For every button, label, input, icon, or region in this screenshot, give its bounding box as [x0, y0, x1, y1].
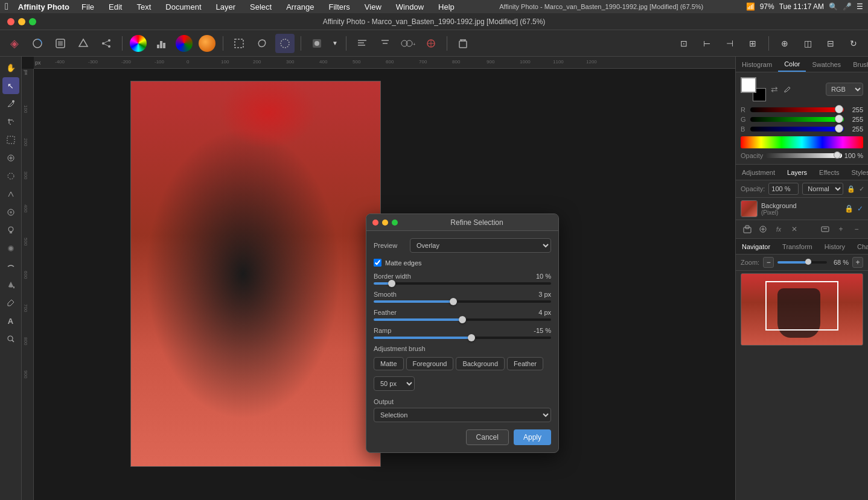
menu-help[interactable]: Help	[436, 2, 457, 11]
menu-arrange[interactable]: Arrange	[284, 2, 316, 11]
refine-button[interactable]	[421, 34, 441, 53]
menu-view[interactable]: View	[362, 2, 384, 11]
mask-dropdown[interactable]: ▼	[330, 34, 340, 53]
hsl-button[interactable]	[174, 34, 194, 53]
tab-layers[interactable]: Layers	[781, 165, 813, 180]
menu-text[interactable]: Text	[134, 2, 153, 11]
lasso-tool[interactable]	[252, 34, 272, 53]
snap-left[interactable]: ⊡	[674, 34, 694, 53]
tool-zoom[interactable]	[2, 331, 19, 347]
close-button[interactable]	[7, 18, 14, 25]
tab-history[interactable]: History	[819, 239, 851, 254]
rotate-btn[interactable]: ↻	[844, 34, 863, 53]
visibility-icon[interactable]: ✓	[859, 185, 864, 193]
zoom-slider[interactable]	[777, 261, 827, 264]
menu-document[interactable]: Document	[163, 2, 203, 11]
preview-select[interactable]: Overlay Black & White Original None	[410, 238, 551, 253]
tool-hand[interactable]: ✋	[2, 59, 19, 76]
add-adjustment-btn[interactable]	[756, 223, 770, 236]
menu-filters[interactable]: Filters	[326, 2, 352, 11]
tone-button[interactable]	[197, 34, 217, 53]
adj-btn-feather[interactable]: Feather	[507, 357, 543, 370]
tool-blur[interactable]	[2, 240, 19, 257]
cancel-button[interactable]: Cancel	[466, 429, 509, 445]
snap-right[interactable]: ⊢	[697, 34, 716, 53]
menu-file[interactable]: File	[79, 2, 97, 11]
tool-paint[interactable]	[2, 186, 19, 203]
fullscreen-button[interactable]	[29, 18, 36, 25]
tool-eyedropper[interactable]	[2, 294, 19, 311]
tool-text[interactable]: A	[2, 312, 19, 329]
adj-btn-matte[interactable]: Matte	[374, 357, 404, 370]
marquee-tool[interactable]	[229, 34, 249, 53]
tool-move[interactable]: ↖	[2, 77, 19, 94]
affinity-persona-icon[interactable]: ◈	[5, 34, 24, 53]
siri-icon[interactable]: 🎤	[843, 2, 852, 11]
eyedropper-icon[interactable]	[783, 84, 791, 95]
smooth-slider[interactable]	[374, 300, 551, 303]
foreground-color[interactable]	[741, 77, 756, 93]
add-layer-btn[interactable]	[741, 223, 754, 236]
r-slider[interactable]	[750, 107, 844, 112]
tool-heal[interactable]	[2, 150, 19, 166]
share-icon[interactable]	[97, 34, 116, 53]
color-wheel-button[interactable]	[129, 34, 148, 53]
snap-all[interactable]: ⊞	[743, 34, 762, 53]
feather-slider[interactable]	[374, 318, 551, 321]
tab-brushes[interactable]: Brushes	[847, 57, 868, 72]
tab-color[interactable]: Color	[778, 57, 806, 72]
color-spectrum[interactable]	[741, 136, 863, 148]
blend-mode-select[interactable]: Normal Multiply Screen Overlay	[802, 183, 843, 195]
minimize-button[interactable]	[18, 18, 25, 25]
border-width-slider[interactable]	[374, 282, 551, 285]
tool-crop[interactable]	[2, 113, 19, 130]
tab-swatches[interactable]: Swatches	[806, 57, 847, 72]
output-select[interactable]: Selection New Layer Mask	[374, 408, 551, 422]
group-layers-btn[interactable]	[819, 223, 832, 236]
tab-styles[interactable]: Styles	[846, 165, 869, 180]
tab-effects[interactable]: Effects	[813, 165, 845, 180]
delete-layer-btn[interactable]: ✕	[788, 223, 801, 236]
dialog-minimize[interactable]	[382, 220, 388, 226]
selection-mode[interactable]: +	[398, 34, 418, 53]
tab-adjustment[interactable]: Adjustment	[736, 165, 781, 180]
align-center[interactable]	[375, 34, 395, 53]
align-left[interactable]	[353, 34, 372, 53]
mask-button[interactable]	[307, 34, 327, 53]
apply-button[interactable]: Apply	[514, 429, 551, 445]
transform-btn[interactable]: ⊕	[775, 34, 794, 53]
opacity-slider[interactable]	[765, 153, 842, 158]
layers-opacity-input[interactable]	[768, 183, 799, 195]
adj-btn-background[interactable]: Background	[456, 357, 505, 370]
menu-window[interactable]: Window	[394, 2, 426, 11]
pixel-persona[interactable]	[51, 34, 70, 53]
adj-btn-foreground[interactable]: Foreground	[406, 357, 454, 370]
flip-v-btn[interactable]: ⊟	[821, 34, 840, 53]
canvas-area[interactable]: px -400 -300 -200 -100 0 100 200 300 400…	[22, 57, 735, 500]
search-icon[interactable]: 🔍	[829, 2, 838, 11]
tool-smudge[interactable]	[2, 258, 19, 275]
levels-button[interactable]	[152, 34, 171, 53]
color-mode-select[interactable]: RGB CMYK HSL	[826, 83, 863, 96]
navigator-preview-image[interactable]	[741, 273, 863, 346]
fx-btn[interactable]: fx	[772, 223, 785, 236]
dialog-fullscreen[interactable]	[392, 220, 398, 226]
delete-selection[interactable]	[453, 34, 473, 53]
add-from-file-btn[interactable]: +	[834, 223, 847, 236]
menu-layer[interactable]: Layer	[214, 2, 238, 11]
remove-layer-btn[interactable]: −	[850, 223, 863, 236]
tool-pen[interactable]	[2, 95, 19, 112]
tab-channels[interactable]: Channels	[851, 239, 868, 254]
tool-dodge[interactable]	[2, 222, 19, 239]
export-persona[interactable]	[74, 34, 93, 53]
apple-menu[interactable]: 	[5, 1, 8, 12]
tab-histogram[interactable]: Histogram	[736, 57, 778, 72]
g-slider[interactable]	[750, 117, 844, 122]
ramp-slider[interactable]	[374, 337, 551, 339]
lock-icon[interactable]: 🔒	[847, 185, 855, 193]
tool-lasso[interactable]	[2, 168, 19, 185]
tool-selection[interactable]	[2, 131, 19, 148]
zoom-in-btn[interactable]: +	[852, 257, 863, 268]
brush-size-select[interactable]: 50 px 25 px 75 px 100 px	[374, 376, 415, 391]
menu-select[interactable]: Select	[247, 2, 274, 11]
